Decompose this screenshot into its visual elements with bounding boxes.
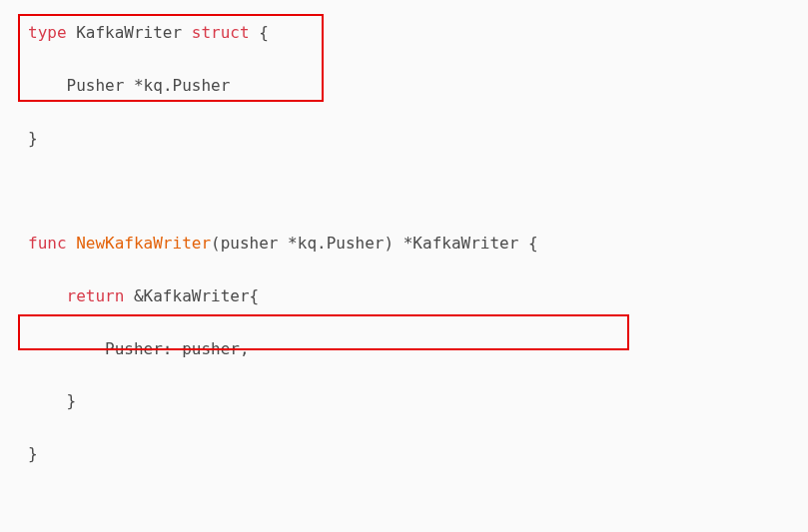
brace: } [67, 391, 77, 410]
keyword-struct: struct [192, 23, 250, 42]
brace: { [250, 286, 260, 305]
type: Pusher [327, 234, 385, 253]
func-name: NewKafkaWriter [76, 234, 211, 253]
colon: : [163, 339, 173, 358]
brace: { [518, 234, 537, 253]
val: pusher [173, 339, 240, 358]
brace: { [259, 23, 269, 42]
code-block: type KafkaWriter struct { Pusher *kq.Pus… [28, 20, 780, 532]
pkg: kq [144, 76, 163, 95]
type-name: KafkaWriter [76, 23, 182, 42]
keyword-return: return [67, 286, 125, 305]
keyword-func: func [28, 234, 67, 253]
dot: . [163, 76, 173, 95]
amp: & [124, 286, 143, 305]
type: KafkaWriter [144, 286, 250, 305]
pkg: kq [298, 234, 317, 253]
ret-type: KafkaWriter [412, 234, 518, 253]
star: * [134, 76, 144, 95]
field: Pusher [105, 339, 163, 358]
comma: , [240, 339, 250, 358]
brace: } [28, 444, 38, 463]
type: Pusher [173, 76, 231, 95]
arg: pusher [221, 234, 279, 253]
brace: } [28, 129, 38, 148]
ret-star: * [394, 234, 412, 253]
star: * [288, 234, 298, 253]
rparen: ) [384, 234, 394, 253]
dot: . [317, 234, 327, 253]
keyword-type: type [28, 23, 67, 42]
field-name: Pusher [67, 76, 125, 95]
lparen: ( [211, 234, 221, 253]
